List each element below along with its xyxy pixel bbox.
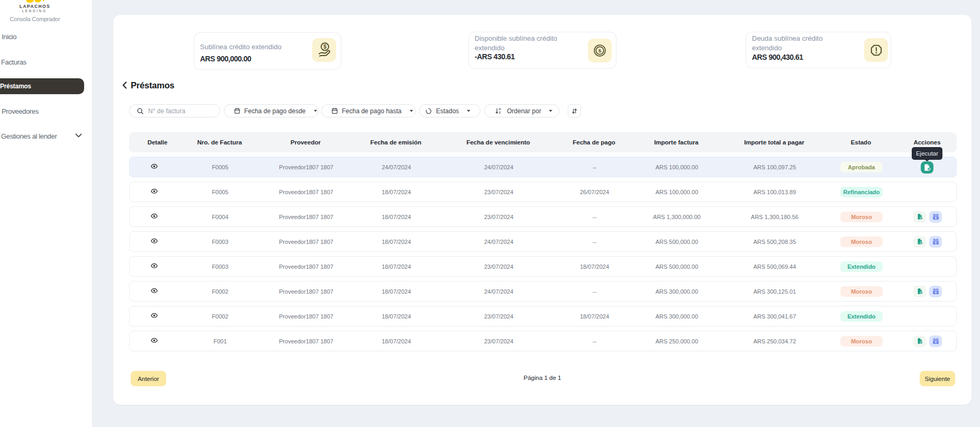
svg-text:Z: Z [499, 111, 501, 114]
svg-text:A: A [499, 107, 501, 111]
svg-text:$: $ [598, 48, 602, 53]
svg-text:$: $ [323, 43, 326, 49]
